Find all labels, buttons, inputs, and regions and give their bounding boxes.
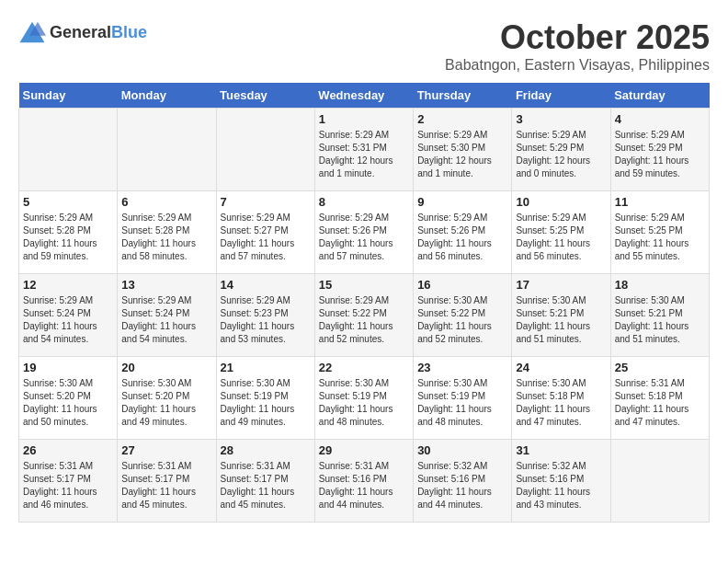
title-section: October 2025 Babatngon, Eastern Visayas,…: [445, 18, 710, 74]
location-title: Babatngon, Eastern Visayas, Philippines: [445, 57, 710, 74]
day-info: Sunrise: 5:31 AM Sunset: 5:16 PM Dayligh…: [319, 460, 409, 511]
header-wednesday: Wednesday: [314, 83, 413, 109]
day-number: 24: [516, 361, 606, 374]
calendar-cell: 12Sunrise: 5:29 AM Sunset: 5:24 PM Dayli…: [19, 274, 118, 357]
calendar-cell: 20Sunrise: 5:30 AM Sunset: 5:20 PM Dayli…: [118, 357, 216, 440]
day-info: Sunrise: 5:32 AM Sunset: 5:16 PM Dayligh…: [516, 460, 606, 511]
header-row: SundayMondayTuesdayWednesdayThursdayFrid…: [19, 83, 710, 109]
calendar-cell: 3Sunrise: 5:29 AM Sunset: 5:29 PM Daylig…: [512, 109, 610, 191]
day-number: 20: [121, 361, 211, 374]
day-number: 23: [417, 361, 507, 374]
day-number: 25: [615, 361, 705, 374]
week-row-1: 1Sunrise: 5:29 AM Sunset: 5:31 PM Daylig…: [19, 109, 710, 191]
day-info: Sunrise: 5:29 AM Sunset: 5:29 PM Dayligh…: [516, 129, 606, 180]
day-info: Sunrise: 5:30 AM Sunset: 5:20 PM Dayligh…: [23, 377, 113, 429]
day-number: 16: [417, 278, 507, 292]
day-number: 28: [221, 443, 311, 457]
day-number: 5: [23, 195, 113, 209]
calendar-cell: 17Sunrise: 5:30 AM Sunset: 5:21 PM Dayli…: [512, 274, 610, 357]
day-info: Sunrise: 5:29 AM Sunset: 5:31 PM Dayligh…: [319, 129, 409, 180]
day-info: Sunrise: 5:30 AM Sunset: 5:20 PM Dayligh…: [121, 377, 211, 429]
day-number: 10: [516, 195, 606, 209]
header-saturday: Saturday: [610, 83, 709, 109]
page-header: General Blue October 2025 Babatngon, Eas…: [18, 18, 710, 74]
day-info: Sunrise: 5:31 AM Sunset: 5:18 PM Dayligh…: [615, 377, 705, 429]
header-monday: Monday: [118, 83, 216, 109]
calendar-cell: 26Sunrise: 5:31 AM Sunset: 5:17 PM Dayli…: [19, 440, 118, 523]
day-number: 2: [417, 112, 507, 126]
month-title: October 2025: [445, 18, 710, 57]
day-info: Sunrise: 5:30 AM Sunset: 5:19 PM Dayligh…: [221, 377, 311, 429]
calendar-cell: 9Sunrise: 5:29 AM Sunset: 5:26 PM Daylig…: [414, 191, 512, 274]
calendar-cell: 21Sunrise: 5:30 AM Sunset: 5:19 PM Dayli…: [216, 357, 314, 440]
day-info: Sunrise: 5:32 AM Sunset: 5:16 PM Dayligh…: [417, 460, 507, 511]
calendar-cell: 11Sunrise: 5:29 AM Sunset: 5:25 PM Dayli…: [610, 191, 709, 274]
day-info: Sunrise: 5:30 AM Sunset: 5:19 PM Dayligh…: [417, 377, 507, 429]
day-info: Sunrise: 5:29 AM Sunset: 5:28 PM Dayligh…: [121, 212, 211, 263]
calendar-body: 1Sunrise: 5:29 AM Sunset: 5:31 PM Daylig…: [19, 109, 710, 523]
calendar-cell: 6Sunrise: 5:29 AM Sunset: 5:28 PM Daylig…: [118, 191, 216, 274]
calendar-cell: 5Sunrise: 5:29 AM Sunset: 5:28 PM Daylig…: [19, 191, 118, 274]
day-number: 19: [23, 361, 113, 374]
week-row-5: 26Sunrise: 5:31 AM Sunset: 5:17 PM Dayli…: [19, 440, 710, 523]
logo-icon: [18, 18, 46, 46]
day-info: Sunrise: 5:29 AM Sunset: 5:24 PM Dayligh…: [23, 294, 113, 346]
day-info: Sunrise: 5:29 AM Sunset: 5:26 PM Dayligh…: [417, 212, 507, 263]
day-number: 15: [319, 278, 409, 292]
calendar-cell: [216, 109, 314, 191]
calendar-cell: 31Sunrise: 5:32 AM Sunset: 5:16 PM Dayli…: [512, 440, 610, 523]
calendar-cell: 14Sunrise: 5:29 AM Sunset: 5:23 PM Dayli…: [216, 274, 314, 357]
calendar-cell: 19Sunrise: 5:30 AM Sunset: 5:20 PM Dayli…: [19, 357, 118, 440]
day-info: Sunrise: 5:29 AM Sunset: 5:26 PM Dayligh…: [319, 212, 409, 263]
calendar-cell: 16Sunrise: 5:30 AM Sunset: 5:22 PM Dayli…: [414, 274, 512, 357]
day-number: 26: [23, 443, 113, 457]
day-number: 6: [121, 195, 211, 209]
week-row-3: 12Sunrise: 5:29 AM Sunset: 5:24 PM Dayli…: [19, 274, 710, 357]
day-number: 31: [516, 443, 606, 457]
day-number: 22: [319, 361, 409, 374]
calendar-cell: 29Sunrise: 5:31 AM Sunset: 5:16 PM Dayli…: [314, 440, 413, 523]
day-info: Sunrise: 5:29 AM Sunset: 5:27 PM Dayligh…: [221, 212, 311, 263]
day-number: 1: [319, 112, 409, 126]
logo: General Blue: [18, 18, 147, 46]
day-number: 18: [615, 278, 705, 292]
calendar-cell: 1Sunrise: 5:29 AM Sunset: 5:31 PM Daylig…: [314, 109, 413, 191]
day-info: Sunrise: 5:29 AM Sunset: 5:23 PM Dayligh…: [221, 294, 311, 346]
header-sunday: Sunday: [19, 83, 118, 109]
day-info: Sunrise: 5:29 AM Sunset: 5:24 PM Dayligh…: [121, 294, 211, 346]
day-number: 14: [221, 278, 311, 292]
calendar-cell: 10Sunrise: 5:29 AM Sunset: 5:25 PM Dayli…: [512, 191, 610, 274]
calendar-cell: 28Sunrise: 5:31 AM Sunset: 5:17 PM Dayli…: [216, 440, 314, 523]
header-tuesday: Tuesday: [216, 83, 314, 109]
week-row-4: 19Sunrise: 5:30 AM Sunset: 5:20 PM Dayli…: [19, 357, 710, 440]
day-info: Sunrise: 5:30 AM Sunset: 5:18 PM Dayligh…: [516, 377, 606, 429]
day-info: Sunrise: 5:31 AM Sunset: 5:17 PM Dayligh…: [23, 460, 113, 511]
calendar-table: SundayMondayTuesdayWednesdayThursdayFrid…: [18, 83, 710, 523]
day-number: 21: [221, 361, 311, 374]
day-number: 3: [516, 112, 606, 126]
calendar-cell: 4Sunrise: 5:29 AM Sunset: 5:29 PM Daylig…: [610, 109, 709, 191]
calendar-cell: 24Sunrise: 5:30 AM Sunset: 5:18 PM Dayli…: [512, 357, 610, 440]
logo-general: General: [50, 23, 111, 42]
day-number: 7: [221, 195, 311, 209]
day-number: 4: [615, 112, 705, 126]
calendar-cell: [19, 109, 118, 191]
day-info: Sunrise: 5:29 AM Sunset: 5:25 PM Dayligh…: [516, 212, 606, 263]
calendar-cell: [118, 109, 216, 191]
calendar-cell: 22Sunrise: 5:30 AM Sunset: 5:19 PM Dayli…: [314, 357, 413, 440]
calendar-cell: 13Sunrise: 5:29 AM Sunset: 5:24 PM Dayli…: [118, 274, 216, 357]
day-number: 12: [23, 278, 113, 292]
day-info: Sunrise: 5:29 AM Sunset: 5:22 PM Dayligh…: [319, 294, 409, 346]
day-info: Sunrise: 5:30 AM Sunset: 5:21 PM Dayligh…: [516, 294, 606, 346]
calendar-cell: 23Sunrise: 5:30 AM Sunset: 5:19 PM Dayli…: [414, 357, 512, 440]
calendar-cell: 7Sunrise: 5:29 AM Sunset: 5:27 PM Daylig…: [216, 191, 314, 274]
calendar-cell: 2Sunrise: 5:29 AM Sunset: 5:30 PM Daylig…: [414, 109, 512, 191]
day-info: Sunrise: 5:30 AM Sunset: 5:22 PM Dayligh…: [417, 294, 507, 346]
day-info: Sunrise: 5:29 AM Sunset: 5:25 PM Dayligh…: [615, 212, 705, 263]
day-info: Sunrise: 5:29 AM Sunset: 5:30 PM Dayligh…: [417, 129, 507, 180]
day-info: Sunrise: 5:29 AM Sunset: 5:29 PM Dayligh…: [615, 129, 705, 180]
day-number: 11: [615, 195, 705, 209]
day-number: 29: [319, 443, 409, 457]
calendar-cell: 30Sunrise: 5:32 AM Sunset: 5:16 PM Dayli…: [414, 440, 512, 523]
calendar-cell: 15Sunrise: 5:29 AM Sunset: 5:22 PM Dayli…: [314, 274, 413, 357]
